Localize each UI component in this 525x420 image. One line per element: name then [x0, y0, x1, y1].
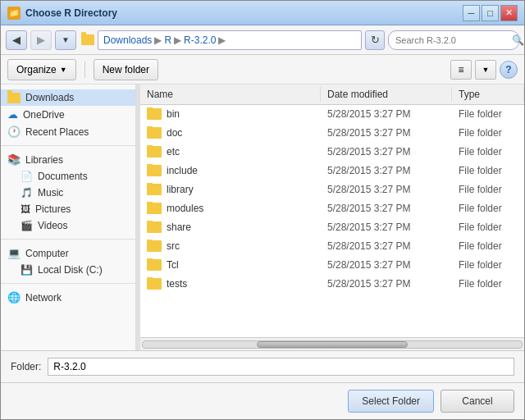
button-bar: Select Folder Cancel	[1, 382, 524, 419]
breadcrumb[interactable]: Downloads ▶ R ▶ R-3.2.0 ▶	[98, 30, 362, 50]
sidebar-item-pictures[interactable]: 🖼 Pictures	[1, 201, 135, 217]
file-pane: Name Date modified Type bin 5/28/2015 3:…	[140, 84, 524, 350]
back-button[interactable]: ◀	[6, 30, 27, 50]
maximize-button[interactable]: □	[482, 5, 499, 21]
sidebar-item-recent[interactable]: 🕐 Recent Places	[1, 123, 135, 140]
sidebar-item-onedrive[interactable]: ☁ OneDrive	[1, 106, 135, 123]
sidebar-label-onedrive: OneDrive	[23, 109, 65, 121]
organize-button[interactable]: Organize ▼	[7, 59, 76, 80]
table-row[interactable]: doc 5/28/2015 3:27 PM File folder	[140, 124, 524, 143]
organize-label: Organize	[16, 64, 57, 75]
file-type-cell: File folder	[452, 202, 524, 215]
dropdown-button[interactable]: ▼	[55, 30, 76, 50]
forward-button[interactable]: ▶	[30, 30, 52, 50]
file-date-cell: 5/28/2015 3:27 PM	[321, 126, 452, 139]
file-name-cell: bin	[140, 107, 321, 121]
sidebar-item-documents[interactable]: 📄 Documents	[1, 168, 135, 185]
file-type-cell: File folder	[452, 107, 524, 121]
folder-icon	[147, 240, 162, 252]
new-folder-button[interactable]: New folder	[94, 59, 158, 80]
file-date-cell: 5/28/2015 3:27 PM	[321, 277, 452, 290]
file-name: modules	[167, 203, 203, 214]
folder-icon	[147, 165, 162, 176]
table-row[interactable]: include 5/28/2015 3:27 PM File folder	[140, 162, 524, 180]
table-row[interactable]: bin 5/28/2015 3:27 PM File folder	[140, 105, 524, 124]
sidebar-divider-3	[1, 283, 135, 284]
file-type-cell: File folder	[452, 277, 524, 290]
folder-input[interactable]	[48, 358, 514, 376]
file-date-cell: 5/28/2015 3:27 PM	[321, 164, 452, 177]
file-name-cell: doc	[140, 126, 321, 139]
table-row[interactable]: etc 5/28/2015 3:27 PM File folder	[140, 143, 524, 162]
file-name-cell: library	[140, 183, 321, 196]
sidebar-item-network[interactable]: 🌐 Network	[1, 289, 135, 306]
breadcrumb-r320[interactable]: R-3.2.0	[184, 34, 216, 46]
file-name-cell: modules	[140, 202, 321, 215]
sidebar-item-computer[interactable]: 💻 Computer	[1, 244, 135, 262]
dialog-window: 📁 Choose R Directory ─ □ ✕ ◀ ▶ ▼ Downloa…	[0, 0, 525, 420]
toolbar-right: ≡ ▼ ?	[450, 60, 518, 80]
table-row[interactable]: tests 5/28/2015 3:27 PM File folder	[140, 275, 524, 294]
table-row[interactable]: modules 5/28/2015 3:27 PM File folder	[140, 199, 524, 218]
refresh-button[interactable]: ↻	[365, 30, 385, 50]
minimize-button[interactable]: ─	[463, 5, 480, 21]
music-icon: 🎵	[21, 187, 33, 199]
sidebar-item-downloads[interactable]: Downloads	[1, 89, 135, 106]
file-name: Tcl	[167, 259, 179, 271]
sidebar-label-libraries: Libraries	[25, 154, 63, 166]
sidebar-label-localdisk: Local Disk (C:)	[38, 264, 103, 276]
table-row[interactable]: library 5/28/2015 3:27 PM File folder	[140, 180, 524, 199]
cancel-button[interactable]: Cancel	[441, 390, 514, 413]
close-button[interactable]: ✕	[500, 5, 518, 21]
sidebar-label-downloads: Downloads	[25, 92, 74, 103]
computer-icon: 💻	[7, 247, 21, 259]
breadcrumb-r[interactable]: R	[164, 34, 171, 46]
file-date-cell: 5/28/2015 3:27 PM	[321, 202, 452, 215]
view-icon: ≡	[458, 64, 463, 75]
view-toggle-button[interactable]: ≡	[450, 60, 472, 80]
sidebar-item-music[interactable]: 🎵 Music	[1, 185, 135, 201]
table-row[interactable]: Tcl 5/28/2015 3:27 PM File folder	[140, 256, 524, 275]
view-dropdown-button[interactable]: ▼	[475, 60, 496, 80]
path-folder-icon	[81, 34, 94, 45]
sidebar-label-documents: Documents	[38, 171, 88, 182]
folder-icon	[147, 127, 162, 139]
search-input[interactable]	[395, 35, 509, 45]
documents-icon: 📄	[21, 171, 33, 182]
table-row[interactable]: share 5/28/2015 3:27 PM File folder	[140, 218, 524, 237]
folder-icon	[147, 146, 162, 158]
help-button[interactable]: ?	[500, 61, 518, 79]
horizontal-scrollbar[interactable]	[140, 337, 524, 350]
table-row[interactable]: src 5/28/2015 3:27 PM File folder	[140, 237, 524, 256]
footer: Folder:	[1, 350, 524, 382]
file-name: library	[167, 184, 194, 195]
file-name: etc	[167, 146, 180, 158]
column-type-header[interactable]: Type	[452, 87, 524, 102]
folder-icon	[147, 203, 162, 214]
column-name-header[interactable]: Name	[140, 87, 321, 102]
scrollbar-thumb[interactable]	[257, 341, 409, 348]
file-type-cell: File folder	[452, 183, 524, 196]
libraries-icon: 📚	[7, 153, 21, 166]
sidebar-label-computer: Computer	[25, 248, 69, 259]
file-name-cell: src	[140, 240, 321, 253]
new-folder-label: New folder	[103, 64, 149, 75]
select-folder-button[interactable]: Select Folder	[348, 390, 434, 413]
pictures-icon: 🖼	[21, 203, 30, 215]
breadcrumb-downloads[interactable]: Downloads	[103, 34, 152, 46]
file-type-cell: File folder	[452, 240, 524, 253]
column-date-header[interactable]: Date modified	[321, 87, 452, 102]
recent-icon: 🕐	[7, 126, 21, 138]
onedrive-icon: ☁	[7, 108, 18, 121]
file-name: include	[167, 165, 198, 176]
sidebar-label-videos: Videos	[38, 220, 67, 231]
file-name-cell: Tcl	[140, 258, 321, 272]
folder-label: Folder:	[11, 361, 41, 372]
network-icon: 🌐	[7, 291, 21, 304]
file-list-scroll[interactable]: bin 5/28/2015 3:27 PM File folder doc 5/…	[140, 105, 524, 337]
window-title: Choose R Directory	[25, 7, 463, 19]
sidebar-item-libraries[interactable]: 📚 Libraries	[1, 151, 135, 168]
main-content: Downloads ☁ OneDrive 🕐 Recent Places 📚 L…	[1, 84, 524, 350]
sidebar-item-localdisk[interactable]: 💾 Local Disk (C:)	[1, 262, 135, 278]
sidebar-item-videos[interactable]: 🎬 Videos	[1, 217, 135, 234]
